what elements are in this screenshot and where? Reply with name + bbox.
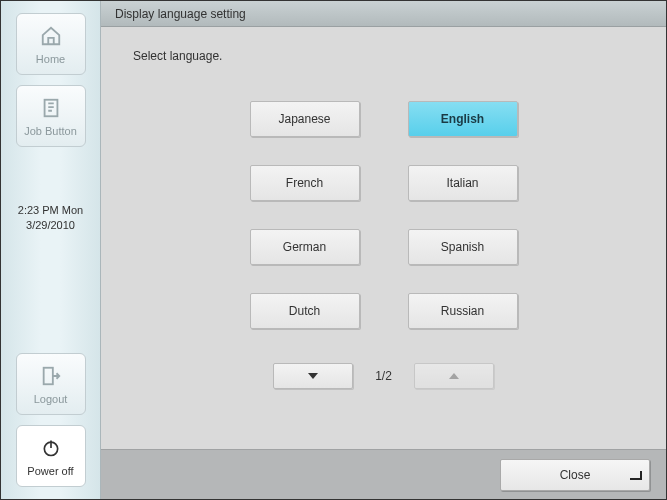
chevron-down-icon xyxy=(306,371,320,381)
title-text: Display language setting xyxy=(115,7,246,21)
svg-marker-5 xyxy=(449,373,459,379)
content-area: Select language. JapaneseEnglishFrenchIt… xyxy=(101,27,666,449)
job-button[interactable]: Job Button xyxy=(16,85,86,147)
svg-marker-4 xyxy=(308,373,318,379)
language-option-german[interactable]: German xyxy=(250,229,360,265)
language-option-spanish[interactable]: Spanish xyxy=(408,229,518,265)
close-label: Close xyxy=(560,468,591,482)
language-grid: JapaneseEnglishFrenchItalianGermanSpanis… xyxy=(129,101,638,329)
home-icon xyxy=(40,23,62,49)
pager: 1/2 xyxy=(129,363,638,389)
power-off-button[interactable]: Power off xyxy=(16,425,86,487)
logout-label: Logout xyxy=(34,393,68,405)
language-option-japanese[interactable]: Japanese xyxy=(250,101,360,137)
page-next-button[interactable] xyxy=(273,363,353,389)
chevron-up-icon xyxy=(447,371,461,381)
time-text: 2:23 PM Mon xyxy=(18,203,83,218)
language-option-dutch[interactable]: Dutch xyxy=(250,293,360,329)
page-prev-button[interactable] xyxy=(414,363,494,389)
logout-icon xyxy=(40,363,62,389)
prompt-text: Select language. xyxy=(133,49,638,63)
enter-icon xyxy=(627,470,643,485)
job-icon xyxy=(40,95,62,121)
footer-bar: Close xyxy=(101,449,666,499)
close-button[interactable]: Close xyxy=(500,459,650,491)
main-panel: Display language setting Select language… xyxy=(101,1,666,499)
power-icon xyxy=(41,435,61,461)
logout-button[interactable]: Logout xyxy=(16,353,86,415)
clock: 2:23 PM Mon 3/29/2010 xyxy=(18,203,83,234)
svg-rect-1 xyxy=(43,368,52,385)
sidebar: Home Job Button 2:23 PM Mon 3/29/2010 Lo… xyxy=(1,1,101,499)
language-option-italian[interactable]: Italian xyxy=(408,165,518,201)
language-option-russian[interactable]: Russian xyxy=(408,293,518,329)
home-label: Home xyxy=(36,53,65,65)
language-option-french[interactable]: French xyxy=(250,165,360,201)
job-button-label: Job Button xyxy=(24,125,77,137)
language-option-english[interactable]: English xyxy=(408,101,518,137)
power-off-label: Power off xyxy=(27,465,73,477)
date-text: 3/29/2010 xyxy=(18,218,83,233)
page-indicator: 1/2 xyxy=(375,369,392,383)
title-bar: Display language setting xyxy=(101,1,666,27)
home-button[interactable]: Home xyxy=(16,13,86,75)
